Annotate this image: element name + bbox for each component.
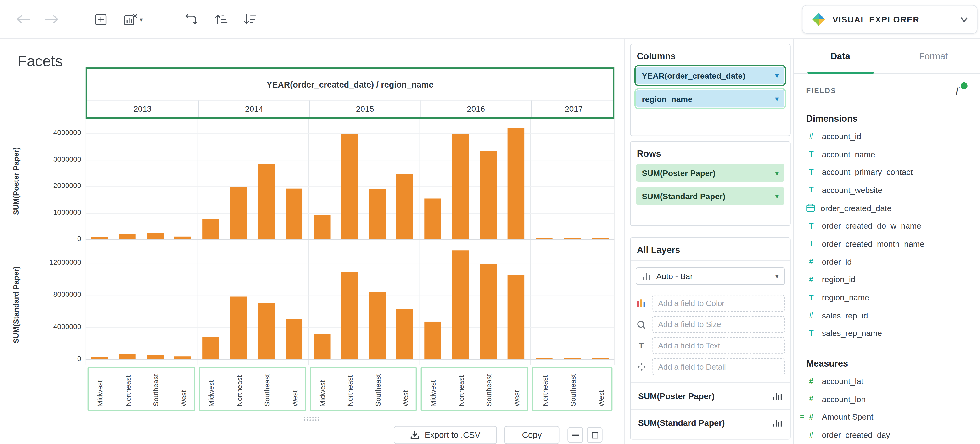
layer-measure-SUM(Poster Paper)[interactable]: SUM(Poster Paper) [631,382,790,409]
add-calculated-field-button[interactable]: ƒ+ [955,84,967,97]
field-order_id[interactable]: #order_id [794,253,980,271]
bar-2014-Southeast[interactable] [258,303,275,359]
export-csv-button[interactable]: Export to .CSV [394,426,497,444]
bar-2013-Midwest[interactable] [91,238,108,239]
facet-year-2015[interactable]: 2015 [309,100,420,117]
field-order_created_date[interactable]: order_created_date [794,199,980,217]
field-region_id[interactable]: #region_id [794,271,980,289]
bar-2014-West[interactable] [286,319,303,359]
bar-2014-Midwest[interactable] [202,337,220,359]
x-label-2015-Midwest[interactable]: Midwest [318,380,328,406]
field-Amount Spent[interactable]: =#Amount Spent [794,408,980,426]
bar-2014-West[interactable] [286,189,303,239]
layer-measure-SUM(Standard Paper)[interactable]: SUM(Standard Paper) [631,409,790,436]
bar-2017-West[interactable] [592,238,609,239]
x-label-2014-Midwest[interactable]: Midwest [207,380,216,406]
row-pill-SUM(Poster Paper)[interactable]: SUM(Poster Paper)▾ [636,164,784,182]
tab-data[interactable]: Data [794,39,887,73]
field-order_created_do_w_name[interactable]: Torder_created_do_w_name [794,217,980,235]
collapse-chart-button[interactable] [568,427,583,442]
bar-2013-Northeast[interactable] [119,354,136,359]
field-sales_rep_id[interactable]: #sales_rep_id [794,306,980,325]
x-label-2013-West[interactable]: West [179,390,189,406]
remove-chart-button[interactable]: ▾ [119,10,148,29]
bar-2015-Northeast[interactable] [341,272,358,359]
bar-2014-Northeast[interactable] [230,187,247,239]
bar-2016-Midwest[interactable] [424,321,441,359]
x-label-2014-Southeast[interactable]: Southeast [263,374,272,406]
bar-2017-West[interactable] [592,358,609,359]
expand-chart-button[interactable] [587,427,602,442]
bar-2015-Northeast[interactable] [341,134,358,239]
x-label-2014-Northeast[interactable]: Northeast [235,375,244,406]
bar-2016-Southeast[interactable] [480,264,497,359]
bar-2016-Midwest[interactable] [424,198,441,239]
bar-2016-Southeast[interactable] [480,151,497,239]
x-label-2015-West[interactable]: West [401,390,410,406]
x-label-2015-Northeast[interactable]: Northeast [346,375,355,406]
row-pill-SUM(Standard Paper)[interactable]: SUM(Standard Paper)▾ [636,187,784,205]
x-axis-labels-2016[interactable]: MidwestNortheastSoutheastWest [421,367,528,411]
column-pill-YEAR(order_created_date)[interactable]: YEAR(order_created_date)▾ [636,67,784,84]
field-account_lat[interactable]: #account_lat [794,372,980,390]
x-label-2016-Midwest[interactable]: Midwest [429,380,438,406]
field-account_lon[interactable]: #account_lon [794,390,980,408]
x-label-2017-Northeast[interactable]: Northeast [540,375,550,406]
x-label-2013-Midwest[interactable]: Midwest [96,380,105,406]
bar-2017-Northeast[interactable] [536,358,552,359]
x-label-2017-Southeast[interactable]: Southeast [568,374,578,406]
bar-2014-Midwest[interactable] [202,219,220,239]
bar-2015-West[interactable] [396,174,414,239]
x-label-2016-Northeast[interactable]: Northeast [457,375,466,406]
x-label-2016-West[interactable]: West [512,390,522,406]
field-slot-input-detail[interactable]: Add a field to Detail [652,358,785,375]
bar-2016-West[interactable] [508,276,525,359]
field-slot-input-color[interactable]: Add a field to Color [652,295,785,312]
field-region_name[interactable]: Tregion_name [794,289,980,306]
field-account_id[interactable]: #account_id [794,127,980,145]
field-slot-input-size[interactable]: Add a field to Size [652,316,785,333]
field-sales_rep_name[interactable]: Tsales_rep_name [794,325,980,343]
facet-header[interactable]: YEAR(order_created_date) / region_name 2… [86,67,614,119]
x-label-2016-Southeast[interactable]: Southeast [485,374,494,406]
copy-button[interactable]: Copy [504,426,560,444]
x-axis-labels-2015[interactable]: MidwestNortheastSoutheastWest [310,367,417,411]
bar-2016-West[interactable] [508,128,525,239]
bar-2016-Northeast[interactable] [452,134,469,239]
x-label-2017-West[interactable]: West [597,390,606,406]
bar-2017-Southeast[interactable] [564,358,581,359]
field-order_created_day[interactable]: #order_created_day [794,426,980,444]
field-account_name[interactable]: Taccount_name [794,145,980,163]
resize-handle[interactable] [303,416,320,421]
sort-ascending-button[interactable] [209,10,232,29]
bar-2015-Midwest[interactable] [313,215,331,239]
tab-format[interactable]: Format [887,39,980,73]
forward-button[interactable] [40,10,64,29]
facet-year-2016[interactable]: 2016 [420,100,531,117]
x-axis-labels-2013[interactable]: MidwestNortheastSoutheastWest [88,367,195,411]
column-pill-region_name[interactable]: region_name▾ [636,90,784,107]
bar-2013-Midwest[interactable] [91,357,108,359]
visual-explorer-menu[interactable]: VISUAL EXPLORER [802,5,978,34]
bar-2013-Southeast[interactable] [147,233,164,239]
bar-2015-Southeast[interactable] [369,189,386,239]
field-account_website[interactable]: Taccount_website [794,181,980,199]
bar-2013-Southeast[interactable] [147,355,164,359]
bar-2013-West[interactable] [175,357,191,359]
field-account_primary_contact[interactable]: Taccount_primary_contact [794,163,980,181]
x-axis-labels-2014[interactable]: MidwestNortheastSoutheastWest [199,367,306,411]
facet-year-2014[interactable]: 2014 [198,100,309,117]
field-order_created_month_name[interactable]: Torder_created_month_name [794,235,980,253]
layer-type-select[interactable]: Auto - Bar ▾ [636,267,785,285]
bar-2013-Northeast[interactable] [119,234,136,239]
sort-descending-button[interactable] [237,10,261,29]
bar-2014-Southeast[interactable] [258,164,275,239]
facet-year-2013[interactable]: 2013 [87,100,198,117]
add-chart-button[interactable] [89,10,113,29]
back-button[interactable] [11,10,35,29]
x-label-2013-Southeast[interactable]: Southeast [151,374,161,406]
bar-2013-West[interactable] [175,237,191,239]
x-label-2013-Northeast[interactable]: Northeast [124,375,133,406]
bar-2017-Southeast[interactable] [564,238,581,239]
bar-2017-Northeast[interactable] [536,238,552,239]
